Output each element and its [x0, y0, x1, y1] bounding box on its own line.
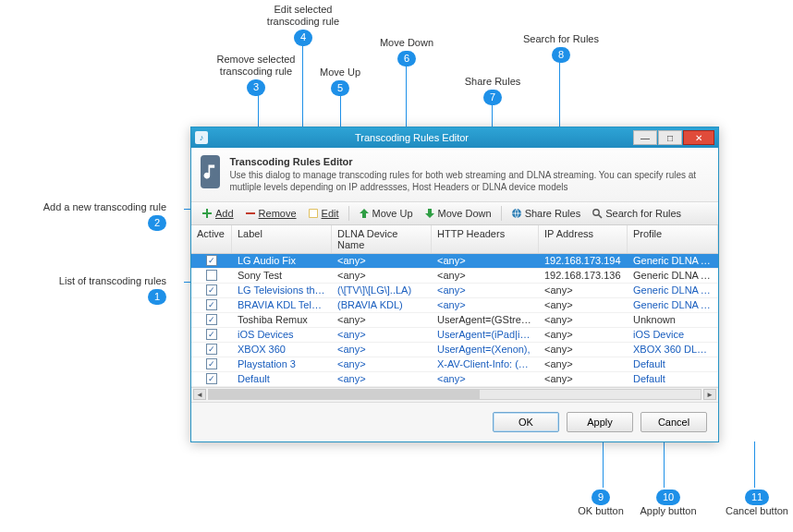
- cell-ip: 192.168.173.136: [539, 270, 628, 281]
- cell-profile: iOS Device: [628, 329, 718, 340]
- col-active[interactable]: Active: [191, 225, 232, 253]
- table-row[interactable]: LG Televisions that r...(\[TV\]\[LG\]..L…: [191, 284, 718, 298]
- table-row[interactable]: Default<any><any><any>Default: [191, 372, 718, 387]
- active-checkbox[interactable]: [206, 299, 217, 310]
- cell-profile: Unknown: [628, 314, 718, 325]
- header-panel: Transcoding Rules Editor Use this dialog…: [191, 148, 718, 202]
- scroll-left-arrow[interactable]: ◄: [193, 389, 206, 400]
- add-button[interactable]: Add: [197, 205, 238, 222]
- titlebar[interactable]: ♪ Transcoding Rules Editor — □ ✕: [191, 127, 718, 148]
- cell-http: <any>: [432, 255, 539, 266]
- header-title: Transcoding Rules Editor: [229, 156, 352, 167]
- table-row[interactable]: LG Audio Fix<any><any>192.168.173.194Gen…: [191, 254, 718, 269]
- table-row[interactable]: BRAVIA KDL Televi...(BRAVIA KDL)<any><an…: [191, 298, 718, 313]
- cell-ip: <any>: [539, 299, 628, 310]
- cell-label: Playstation 3: [232, 358, 332, 369]
- cancel-button[interactable]: Cancel: [640, 412, 707, 432]
- cell-dlna: (\[TV\]\[LG\]..LA): [332, 284, 432, 296]
- scroll-thumb[interactable]: [209, 390, 480, 399]
- cell-profile: Generic DLNA Audio (MP3 + W: [628, 284, 718, 296]
- rules-table: Active Label DLNA Device Name HTTP Heade…: [191, 225, 718, 402]
- minimize-button[interactable]: —: [633, 130, 657, 145]
- callout-3: Remove selected transcoding rule 3: [205, 54, 307, 96]
- callout-9: 9 OK button: [573, 488, 628, 517]
- close-button[interactable]: ✕: [683, 130, 714, 145]
- remove-button[interactable]: Remove: [240, 205, 301, 222]
- active-checkbox[interactable]: [206, 329, 217, 340]
- toolbar-separator: [348, 206, 349, 221]
- cell-dlna: <any>: [332, 344, 432, 355]
- move-down-button[interactable]: Move Down: [420, 205, 496, 222]
- col-label[interactable]: Label: [232, 225, 332, 253]
- table-header[interactable]: Active Label DLNA Device Name HTTP Heade…: [191, 225, 718, 254]
- table-row[interactable]: Playstation 3<any>X-AV-Client-Info: (PLA…: [191, 357, 718, 372]
- cell-label: Sony Test: [232, 270, 332, 281]
- cell-ip: <any>: [539, 329, 628, 340]
- svg-rect-0: [246, 212, 255, 214]
- table-row[interactable]: XBOX 360<any>UserAgent=(Xenon),<any>XBOX…: [191, 343, 718, 357]
- cell-profile: XBOX 360 DLNA Transcoded: [628, 344, 718, 355]
- callout-1: List of transcoding rules 1: [37, 275, 166, 305]
- cell-http: UserAgent=(iPad|iPho...: [432, 329, 539, 340]
- cell-dlna: <any>: [332, 270, 432, 281]
- cell-ip: <any>: [539, 314, 628, 325]
- cell-http: UserAgent=(GStreame...: [432, 314, 539, 325]
- share-rules-button[interactable]: Share Rules: [506, 205, 586, 222]
- col-http[interactable]: HTTP Headers: [432, 225, 539, 253]
- connector: [603, 441, 604, 488]
- active-checkbox[interactable]: [206, 344, 217, 355]
- cell-dlna: (BRAVIA KDL): [332, 299, 432, 310]
- footer-buttons: OK Apply Cancel: [191, 402, 718, 441]
- cell-profile: Generic DLNA Audio (MP3 + W: [628, 255, 718, 266]
- cell-label: BRAVIA KDL Televi...: [232, 299, 332, 310]
- scroll-track[interactable]: [208, 389, 702, 400]
- cell-http: <any>: [432, 373, 539, 384]
- edit-button[interactable]: Edit: [303, 205, 344, 222]
- cell-label: Toshiba Remux: [232, 314, 332, 325]
- active-checkbox[interactable]: [206, 284, 217, 296]
- horizontal-scrollbar[interactable]: ◄ ►: [191, 387, 718, 402]
- active-checkbox[interactable]: [206, 255, 217, 266]
- col-profile[interactable]: Profile: [628, 225, 718, 253]
- cell-dlna: <any>: [332, 358, 432, 369]
- col-dlna[interactable]: DLNA Device Name: [332, 225, 432, 253]
- cell-http: <any>: [432, 284, 539, 296]
- active-checkbox[interactable]: [206, 373, 217, 384]
- cell-http: <any>: [432, 299, 539, 310]
- svg-point-4: [593, 210, 599, 215]
- callout-2: Add a new transcoding rule 2: [28, 201, 166, 231]
- cell-dlna: <any>: [332, 314, 432, 325]
- search-rules-button[interactable]: Search for Rules: [587, 205, 686, 222]
- ok-button[interactable]: OK: [493, 412, 559, 432]
- col-ip[interactable]: IP Address: [539, 225, 628, 253]
- cell-http: X-AV-Client-Info: (PLA...: [432, 358, 539, 369]
- toolbar: Add Remove Edit Move Up Move Down Share …: [191, 202, 718, 225]
- cell-ip: <any>: [539, 344, 628, 355]
- scroll-right-arrow[interactable]: ►: [703, 389, 716, 400]
- table-row[interactable]: iOS Devices<any>UserAgent=(iPad|iPho...<…: [191, 328, 718, 343]
- active-checkbox[interactable]: [206, 314, 217, 325]
- cell-dlna: <any>: [332, 373, 432, 384]
- toolbar-separator: [501, 206, 502, 221]
- cell-profile: Default: [628, 373, 718, 384]
- cell-ip: 192.168.173.194: [539, 255, 628, 266]
- cell-label: LG Televisions that r...: [232, 284, 332, 296]
- active-checkbox[interactable]: [206, 358, 217, 369]
- table-row[interactable]: Toshiba Remux<any>UserAgent=(GStreame...…: [191, 313, 718, 328]
- cell-ip: <any>: [539, 358, 628, 369]
- maximize-button[interactable]: □: [658, 130, 682, 145]
- header-desc: Use this dialog to manage transcoding ru…: [229, 170, 696, 193]
- window-title: Transcoding Rules Editor: [191, 132, 632, 143]
- callout-5: Move Up 5: [308, 66, 372, 96]
- callout-6: Move Down 6: [370, 37, 444, 66]
- cell-dlna: <any>: [332, 255, 432, 266]
- active-checkbox[interactable]: [206, 270, 217, 281]
- apply-button[interactable]: Apply: [567, 412, 633, 432]
- dialog-window: ♪ Transcoding Rules Editor — □ ✕ Transco…: [190, 127, 719, 442]
- callout-8: Search for Rules 8: [515, 33, 607, 63]
- cell-label: LG Audio Fix: [232, 255, 332, 266]
- table-row[interactable]: Sony Test<any><any>192.168.173.136Generi…: [191, 269, 718, 284]
- cell-ip: <any>: [539, 284, 628, 296]
- cell-label: XBOX 360: [232, 344, 332, 355]
- move-up-button[interactable]: Move Up: [354, 205, 418, 222]
